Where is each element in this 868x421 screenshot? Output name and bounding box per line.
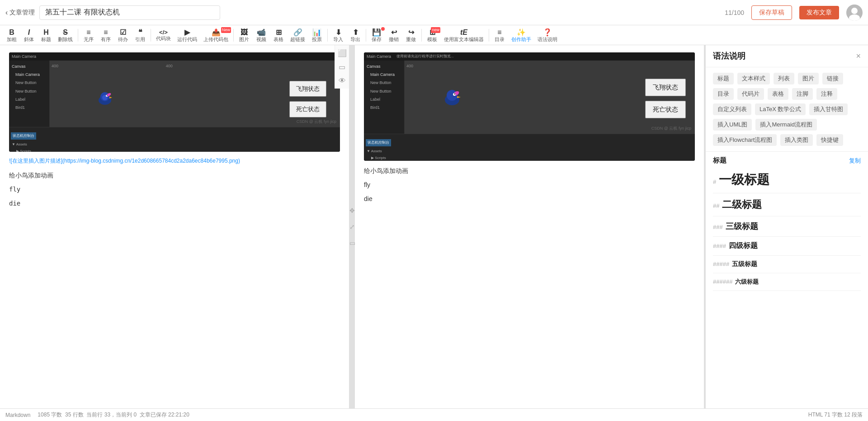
preview-image-block: Main Camera 使用前请先运行程序进行实时预览... Canvas Ma…	[364, 52, 695, 161]
fly-state-right: 飞翔状态	[645, 79, 686, 96]
tag-heading[interactable]: 标题	[713, 73, 734, 84]
editor-image-block: Main Camera Canvas Main Camera New Butto…	[9, 52, 340, 152]
toolbar-template[interactable]: new ⊞ 模板	[424, 27, 440, 42]
toolbar-todo[interactable]: ☑ 待办	[115, 27, 131, 42]
toolbar-video[interactable]: 📹 视频	[253, 27, 269, 42]
toolbar-quote[interactable]: ❝ 引用	[132, 27, 148, 42]
tag-gantt[interactable]: 插入甘特图	[809, 103, 848, 115]
toolbar-bold[interactable]: B 加粗	[4, 27, 20, 42]
italic-icon: I	[28, 28, 30, 37]
grammar-close-button[interactable]: ×	[856, 51, 861, 61]
back-button[interactable]: ‹ 文章管理	[5, 9, 35, 17]
toolbar-code[interactable]: </> 代码块	[153, 28, 174, 42]
toolbar-grammar[interactable]: ❓ 语法说明	[535, 27, 560, 42]
tag-table[interactable]: 表格	[768, 88, 788, 100]
tag-footnote[interactable]: 注脚	[792, 88, 813, 100]
toolbar-run-code[interactable]: ▶ 运行代码	[175, 27, 200, 42]
grammar-tags: 标题 文本样式 列表 图片 链接 目录 代码片 表格 注脚 注释 自定义列表 L…	[706, 67, 868, 152]
heading-icon: H	[43, 28, 49, 37]
image-icon: 🖼	[241, 28, 248, 37]
scroll-divider: ✥ ⤢ ▭	[349, 45, 355, 408]
save-icon: 💾	[372, 28, 381, 37]
todo-label: 待办	[118, 37, 128, 42]
tag-class[interactable]: 插入类图	[780, 134, 813, 146]
tag-shortcuts[interactable]: 快捷键	[816, 134, 843, 146]
template-new-badge: new	[431, 27, 440, 33]
tag-toc[interactable]: 目录	[713, 88, 734, 100]
tag-flowchart[interactable]: 插入Flowchart流程图	[713, 134, 777, 146]
preview-para2: fly	[364, 179, 695, 191]
toolbar-redo[interactable]: ↪ 重做	[403, 27, 419, 42]
code-icon: </>	[159, 29, 168, 36]
toc-label: 目录	[495, 37, 505, 42]
toolbar-rich-editor[interactable]: tE 使用富文本编辑器	[441, 27, 486, 42]
markdown-editor-panel: Main Camera Canvas Main Camera New Butto…	[0, 45, 349, 408]
undo-label: 撤销	[389, 37, 399, 42]
toolbar-toc[interactable]: ≡ 目录	[491, 27, 508, 42]
image-link[interactable]: ![在这里插入图片描述](https://img-blog.csdnimg.cn…	[9, 156, 340, 166]
top-right-actions: 11/100 保存草稿 发布文章	[725, 5, 863, 21]
toolbar-export[interactable]: ⬆ 导出	[347, 27, 363, 42]
avatar[interactable]	[846, 5, 863, 21]
tag-code[interactable]: 代码片	[737, 88, 764, 100]
toolbar-import[interactable]: ⬇ 导入	[330, 27, 346, 42]
sep5	[366, 29, 366, 42]
svg-marker-9	[109, 97, 112, 98]
toolbar-upload-code[interactable]: New 📤 上传代码包	[201, 27, 231, 42]
sep4	[327, 29, 328, 42]
toolbar-italic[interactable]: I 斜体	[21, 27, 37, 42]
export-icon: ⬆	[353, 28, 359, 37]
status-mode: Markdown	[5, 412, 30, 418]
toolbar-table[interactable]: ⊞ 表格	[270, 27, 287, 42]
tag-mermaid[interactable]: 插入Mermaid流程图	[755, 119, 817, 131]
csdn-watermark-left: CSDN @ 云栈 fyn jicp	[297, 118, 336, 125]
vote-label: 投票	[312, 37, 322, 42]
toolbar-vote[interactable]: 📊 投票	[309, 27, 325, 42]
heading-h5: #####五级标题	[713, 256, 861, 273]
tag-link[interactable]: 链接	[822, 73, 843, 84]
tag-latex[interactable]: LaTeX 数学公式	[755, 103, 806, 115]
toolbar-ai-assist[interactable]: ✨ 创作助手	[509, 27, 534, 42]
word-count: 11/100	[725, 9, 744, 16]
expand-icon[interactable]: ⤢	[349, 223, 355, 230]
tag-image[interactable]: 图片	[798, 73, 819, 84]
new-badge: New	[221, 27, 231, 33]
csdn-watermark-right: CSDN @ 云栈 fyn jicp	[651, 125, 691, 132]
toolbar: B 加粗 I 斜体 H 标题 S 删除线 ≡ 无序 ≡ 有序 ☑ 待办 ❝ 引用…	[0, 25, 868, 45]
ordered-label: 有序	[101, 37, 111, 42]
video-icon: 📹	[257, 28, 266, 37]
toolbar-save[interactable]: 💾 保存	[368, 27, 385, 42]
move-icon[interactable]: ✥	[349, 207, 355, 214]
toolbar-link[interactable]: 🔗 超链接	[288, 27, 308, 42]
tag-uml[interactable]: 插入UML图	[713, 119, 752, 131]
tag-comment[interactable]: 注释	[816, 88, 837, 100]
toolbar-heading[interactable]: H 标题	[38, 27, 54, 42]
collapse-icon[interactable]: ▭	[349, 239, 355, 247]
toolbar-undo[interactable]: ↩ 撤销	[386, 27, 402, 42]
tag-list[interactable]: 列表	[774, 73, 794, 84]
editor-para1: 给小鸟添加动画	[9, 170, 340, 181]
tag-text-style[interactable]: 文本样式	[737, 73, 770, 84]
heading-label: 标题	[41, 37, 51, 42]
status-stats: 1085 字数 35 行数 当前行 33，当前列 0 文章已保存 22:21:2…	[38, 411, 189, 419]
undo-icon: ↩	[391, 28, 397, 37]
grammar-copy-button[interactable]: 复制	[849, 157, 861, 165]
publish-button[interactable]: 发布文章	[799, 6, 839, 19]
split-vertical-icon[interactable]: ▭	[339, 63, 345, 71]
save-draft-button[interactable]: 保存草稿	[751, 5, 792, 20]
editor-para2: fly	[9, 184, 340, 195]
eye-icon[interactable]: 👁	[339, 77, 346, 85]
vote-icon: 📊	[312, 28, 321, 37]
editor-content[interactable]: Main Camera Canvas Main Camera New Butto…	[0, 45, 349, 408]
tag-custom-list[interactable]: 自定义列表	[713, 103, 751, 115]
status-html: HTML 71 字数 12 段落	[808, 411, 863, 419]
article-title-input[interactable]	[39, 5, 220, 20]
svg-point-1	[851, 8, 858, 14]
toolbar-strikethrough[interactable]: S 删除线	[55, 27, 75, 42]
sep3	[233, 29, 234, 42]
toolbar-image[interactable]: 🖼 图片	[236, 27, 252, 42]
toolbar-unordered[interactable]: ≡ 无序	[80, 27, 97, 42]
toolbar-ordered[interactable]: ≡ 有序	[98, 27, 114, 42]
split-horizontal-icon[interactable]: ⬜	[338, 49, 347, 57]
grammar-panel: 语法说明 × 标题 文本样式 列表 图片 链接 目录 代码片 表格 注脚 注释 …	[705, 45, 868, 408]
